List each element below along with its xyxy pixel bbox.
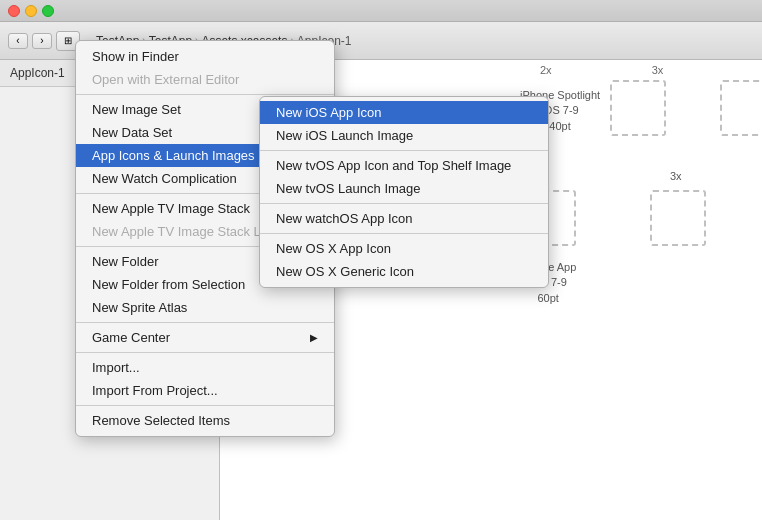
close-button[interactable] [8, 5, 20, 17]
col-header-3x-2: 3x [670, 170, 682, 182]
submenu-sep-3 [260, 233, 548, 234]
submenu-sep-1 [260, 150, 548, 151]
menu-sep-6 [76, 405, 334, 406]
submenu-new-osx-icon[interactable]: New OS X App Icon [260, 237, 548, 260]
icon-box-app2-3x [650, 190, 706, 246]
menu-new-sprite-atlas[interactable]: New Sprite Atlas [76, 296, 334, 319]
menu-import[interactable]: Import... [76, 356, 334, 379]
icon-box-spotlight-2x [610, 80, 666, 136]
submenu-new-ios-icon[interactable]: New iOS App Icon [260, 101, 548, 124]
submenu-new-watchos-icon[interactable]: New watchOS App Icon [260, 207, 548, 230]
sidebar-title: AppIcon-1 [10, 66, 65, 80]
game-center-arrow-icon: ▶ [310, 332, 318, 343]
row-app2-pt: 60pt [520, 291, 576, 306]
traffic-lights [8, 5, 54, 17]
icon-box-spotlight-3x [720, 80, 762, 136]
submenu: New iOS App Icon New iOS Launch Image Ne… [259, 96, 549, 288]
menu-sep-1 [76, 94, 334, 95]
nav-back-button[interactable]: ‹ [8, 33, 28, 49]
menu-sep-5 [76, 352, 334, 353]
maximize-button[interactable] [42, 5, 54, 17]
menu-open-external: Open with External Editor [76, 68, 334, 91]
menu-remove-selected[interactable]: Remove Selected Items [76, 409, 334, 432]
menu-show-finder[interactable]: Show in Finder [76, 45, 334, 68]
title-bar [0, 0, 762, 22]
submenu-new-ios-launch[interactable]: New iOS Launch Image [260, 124, 548, 147]
menu-game-center[interactable]: Game Center ▶ [76, 326, 334, 349]
submenu-new-tvos-icon[interactable]: New tvOS App Icon and Top Shelf Image [260, 154, 548, 177]
submenu-new-tvos-launch[interactable]: New tvOS Launch Image [260, 177, 548, 200]
col-header-2x-spotlight: 2x [540, 64, 552, 76]
menu-sep-4 [76, 322, 334, 323]
nav-forward-button[interactable]: › [32, 33, 52, 49]
submenu-sep-2 [260, 203, 548, 204]
submenu-new-osx-generic[interactable]: New OS X Generic Icon [260, 260, 548, 283]
col-header-3x-spotlight: 3x [652, 64, 664, 76]
minimize-button[interactable] [25, 5, 37, 17]
menu-import-project[interactable]: Import From Project... [76, 379, 334, 402]
